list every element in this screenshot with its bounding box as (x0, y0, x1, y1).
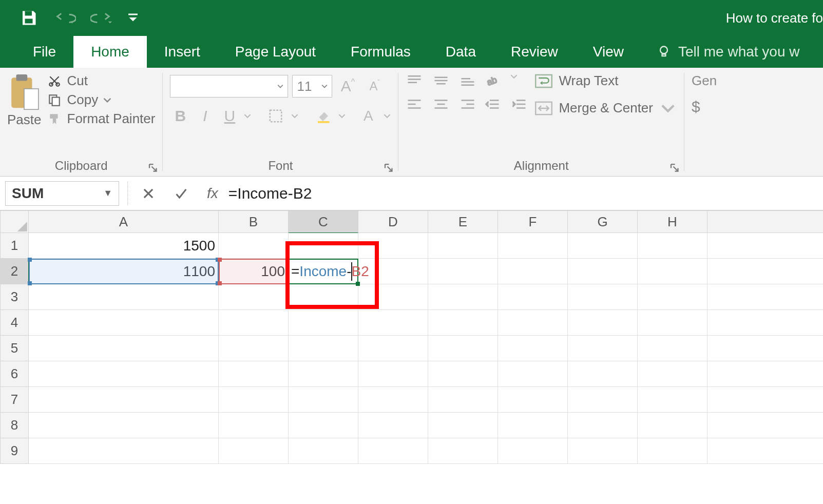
tab-view[interactable]: View (576, 36, 641, 68)
wrap-text-button[interactable]: Wrap Text (535, 73, 677, 89)
cell-B5[interactable] (219, 336, 289, 361)
cell-A7[interactable] (29, 387, 219, 413)
cell-C6[interactable] (289, 361, 358, 387)
row-header-1[interactable]: 1 (0, 233, 29, 259)
tab-page-layout[interactable]: Page Layout (218, 36, 333, 68)
cell-H3[interactable] (638, 284, 707, 310)
cell-rest-2[interactable] (707, 259, 823, 284)
cell-F3[interactable] (498, 284, 568, 310)
cell-H2[interactable] (638, 259, 707, 284)
cell-B2[interactable]: 100 (219, 259, 289, 284)
paste-icon[interactable] (8, 73, 40, 110)
alignment-dialog-launcher-icon[interactable] (669, 163, 679, 172)
cell-G4[interactable] (568, 310, 638, 336)
cell-rest-4[interactable] (707, 310, 823, 336)
row-header-5[interactable]: 5 (0, 336, 29, 361)
tab-data[interactable]: Data (428, 36, 493, 68)
cell-B8[interactable] (219, 413, 289, 438)
copy-button[interactable]: Copy (47, 92, 156, 108)
cell-G9[interactable] (568, 438, 638, 464)
redo-icon[interactable] (90, 10, 114, 27)
cell-D7[interactable] (358, 387, 428, 413)
cell-A4[interactable] (29, 310, 219, 336)
cell-D8[interactable] (358, 413, 428, 438)
cell-F8[interactable] (498, 413, 568, 438)
orientation-button[interactable]: ab (484, 73, 501, 88)
cell-D4[interactable] (358, 310, 428, 336)
cell-B4[interactable] (219, 310, 289, 336)
cell-rest-8[interactable] (707, 413, 823, 438)
cell-H1[interactable] (638, 233, 707, 259)
font-dialog-launcher-icon[interactable] (384, 163, 393, 172)
cell-A8[interactable] (29, 413, 219, 438)
cell-E5[interactable] (428, 336, 498, 361)
tab-file[interactable]: File (15, 36, 73, 68)
align-left-button[interactable] (406, 96, 423, 112)
cell-E6[interactable] (428, 361, 498, 387)
align-top-button[interactable] (406, 73, 423, 88)
cell-C9[interactable] (289, 438, 358, 464)
cut-button[interactable]: Cut (47, 73, 156, 89)
borders-button[interactable] (264, 105, 287, 127)
cell-C7[interactable] (289, 387, 358, 413)
cell-F2[interactable] (498, 259, 568, 284)
row-header-6[interactable]: 6 (0, 361, 29, 387)
cell-B9[interactable] (219, 438, 289, 464)
select-all-triangle[interactable] (0, 210, 29, 233)
row-header-9[interactable]: 9 (0, 438, 29, 464)
cell-C4[interactable] (289, 310, 358, 336)
cell-B6[interactable] (219, 361, 289, 387)
cell-C1[interactable] (289, 233, 358, 259)
accounting-format-button[interactable]: $ (692, 98, 717, 115)
col-header-B[interactable]: B (219, 210, 289, 233)
tab-formulas[interactable]: Formulas (333, 36, 428, 68)
cell-D9[interactable] (358, 438, 428, 464)
cell-A1[interactable]: 1500 (29, 233, 219, 259)
fill-color-button[interactable] (312, 105, 334, 127)
col-header-G[interactable]: G (568, 210, 638, 233)
tell-me-search[interactable]: Tell me what you w (657, 36, 800, 68)
cell-C3[interactable] (289, 284, 358, 310)
cell-F6[interactable] (498, 361, 568, 387)
clipboard-dialog-launcher-icon[interactable] (148, 163, 157, 172)
number-format-select[interactable]: Gen (692, 73, 717, 89)
decrease-indent-button[interactable] (484, 96, 501, 112)
row-header-3[interactable]: 3 (0, 284, 29, 310)
cell-G2[interactable] (568, 259, 638, 284)
cell-D3[interactable] (358, 284, 428, 310)
col-header-F[interactable]: F (498, 210, 568, 233)
align-middle-button[interactable] (432, 73, 450, 88)
cell-A2[interactable]: 1100 (29, 259, 219, 284)
cell-E7[interactable] (428, 387, 498, 413)
font-color-button[interactable]: A (357, 105, 379, 127)
row-header-7[interactable]: 7 (0, 387, 29, 413)
cell-G3[interactable] (568, 284, 638, 310)
cell-E8[interactable] (428, 413, 498, 438)
cell-E9[interactable] (428, 438, 498, 464)
col-header-D[interactable]: D (358, 210, 428, 233)
cell-rest-1[interactable] (707, 233, 823, 259)
cell-rest-6[interactable] (707, 361, 823, 387)
cell-D6[interactable] (358, 361, 428, 387)
cell-A5[interactable] (29, 336, 219, 361)
cell-E1[interactable] (428, 233, 498, 259)
cell-H7[interactable] (638, 387, 707, 413)
decrease-font-icon[interactable]: Aˇ (363, 75, 386, 98)
cell-A9[interactable] (29, 438, 219, 464)
fx-icon[interactable]: fx (207, 185, 218, 202)
cell-F9[interactable] (498, 438, 568, 464)
bold-button[interactable]: B (170, 107, 190, 125)
format-painter-button[interactable]: Format Painter (47, 111, 156, 127)
tab-home[interactable]: Home (73, 36, 147, 68)
cell-B3[interactable] (219, 284, 289, 310)
cell-G5[interactable] (568, 336, 638, 361)
cell-F1[interactable] (498, 233, 568, 259)
cell-A6[interactable] (29, 361, 219, 387)
cell-G8[interactable] (568, 413, 638, 438)
tab-insert[interactable]: Insert (147, 36, 218, 68)
row-header-8[interactable]: 8 (0, 413, 29, 438)
col-header-H[interactable]: H (638, 210, 707, 233)
cell-H9[interactable] (638, 438, 707, 464)
cell-C8[interactable] (289, 413, 358, 438)
cell-H5[interactable] (638, 336, 707, 361)
